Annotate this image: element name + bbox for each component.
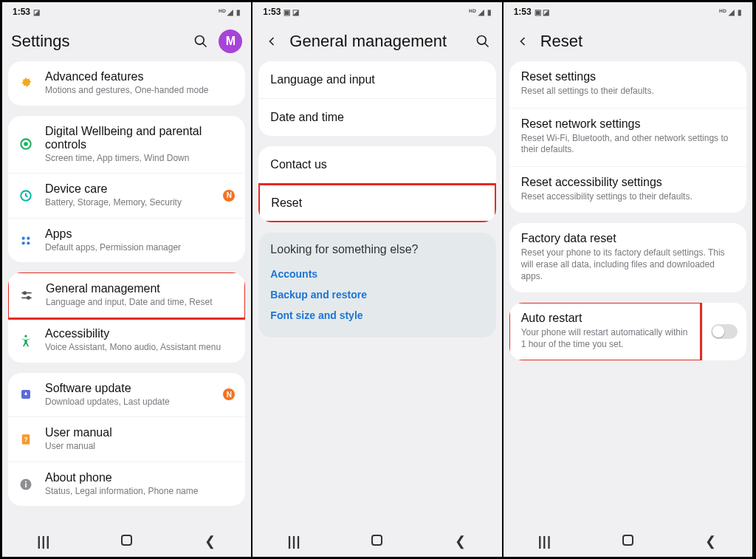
nav-home[interactable] bbox=[362, 534, 392, 549]
auto-restart-row[interactable]: Auto restart Your phone will restart aut… bbox=[509, 303, 746, 360]
signal-icon: ᴴᴰ ◢ bbox=[469, 8, 484, 16]
wellbeing-icon bbox=[16, 134, 36, 154]
svg-rect-19 bbox=[25, 483, 27, 487]
looking-link[interactable]: Backup and restore bbox=[270, 284, 484, 305]
signal-icon: ᴴᴰ ◢ bbox=[219, 8, 234, 16]
back-icon[interactable] bbox=[512, 31, 533, 52]
nav-back[interactable]: ❮ bbox=[696, 533, 726, 549]
reset-item[interactable]: Reset network settingsReset Wi-Fi, Bluet… bbox=[509, 109, 746, 167]
settings-group: General managementLanguage and input, Da… bbox=[8, 272, 245, 362]
notif-icon: ◪ bbox=[33, 8, 40, 16]
list-item[interactable]: Reset bbox=[258, 183, 495, 222]
page-title: Settings bbox=[11, 32, 183, 51]
list-item[interactable]: Language and input bbox=[258, 61, 495, 99]
nav-recents[interactable]: ||| bbox=[29, 534, 58, 549]
row-title: Accessibility bbox=[45, 327, 235, 340]
row-title: Apps bbox=[45, 227, 235, 241]
svg-point-12 bbox=[24, 292, 26, 294]
clock: 1:53 bbox=[263, 7, 281, 17]
battery-icon: ▮ bbox=[236, 8, 241, 16]
row-subtitle: Voice Assistant, Mono audio, Assistant m… bbox=[45, 342, 235, 354]
notif-icon: ▣ ◪ bbox=[284, 8, 299, 16]
sliders-icon bbox=[16, 285, 37, 306]
settings-row[interactable]: ?User manualUser manual bbox=[8, 417, 245, 462]
svg-point-4 bbox=[24, 143, 27, 145]
svg-line-22 bbox=[484, 44, 488, 47]
reset-group-1: Reset settingsReset all settings to thei… bbox=[509, 61, 746, 213]
looking-title: Looking for something else? bbox=[270, 243, 484, 256]
settings-row[interactable]: AppsDefault apps, Permission manager bbox=[8, 219, 245, 263]
row-title: About phone bbox=[45, 471, 235, 484]
settings-row[interactable]: Digital Wellbeing and parental controlsS… bbox=[8, 116, 245, 174]
looking-link[interactable]: Font size and style bbox=[270, 305, 484, 326]
nav-recents[interactable]: ||| bbox=[530, 534, 560, 549]
row-title: Reset accessibility settings bbox=[521, 176, 735, 189]
clock: 1:53 bbox=[13, 7, 30, 17]
nav-bar: ||| ❮ bbox=[504, 526, 752, 557]
device-care-icon bbox=[16, 185, 36, 206]
nav-back[interactable]: ❮ bbox=[445, 533, 475, 549]
status-bar: 1:53 ▣ ◪ ᴴᴰ ◢ ▮ bbox=[252, 2, 501, 21]
row-title: Factory data reset bbox=[521, 232, 735, 245]
new-badge: N bbox=[223, 190, 235, 202]
svg-point-13 bbox=[27, 297, 30, 299]
row-title: General management bbox=[46, 282, 234, 295]
settings-group: Digital Wellbeing and parental controlsS… bbox=[8, 116, 245, 263]
settings-row[interactable]: Software updateDownload updates, Last up… bbox=[8, 373, 245, 418]
update-icon bbox=[16, 384, 36, 405]
row-subtitle: Motions and gestures, One-handed mode bbox=[45, 85, 235, 97]
svg-point-7 bbox=[27, 236, 30, 239]
apps-icon bbox=[16, 230, 36, 251]
row-subtitle: Reset accessibility settings to their de… bbox=[521, 191, 735, 203]
row-subtitle: User manual bbox=[45, 441, 235, 453]
reset-item[interactable]: Factory data resetReset your phone to it… bbox=[509, 223, 746, 292]
header: Settings M bbox=[2, 21, 251, 61]
settings-row[interactable]: About phoneStatus, Legal information, Ph… bbox=[8, 462, 245, 507]
auto-restart-title: Auto restart bbox=[521, 312, 693, 325]
auto-restart-switch-cell[interactable] bbox=[702, 303, 746, 360]
row-title: Advanced features bbox=[45, 70, 235, 83]
looking-card: Looking for something else? AccountsBack… bbox=[258, 233, 495, 337]
header: Reset bbox=[504, 21, 752, 61]
settings-row[interactable]: AccessibilityVoice Assistant, Mono audio… bbox=[8, 318, 245, 363]
search-icon[interactable] bbox=[472, 31, 493, 52]
new-badge: N bbox=[223, 388, 235, 400]
row-title: User manual bbox=[45, 426, 235, 439]
row-subtitle: Status, Legal information, Phone name bbox=[45, 486, 235, 498]
looking-link[interactable]: Accounts bbox=[270, 264, 484, 284]
back-icon[interactable] bbox=[261, 31, 282, 52]
list-item[interactable]: Date and time bbox=[258, 99, 495, 136]
settings-row[interactable]: General managementLanguage and input, Da… bbox=[8, 272, 245, 320]
row-title: Reset settings bbox=[521, 70, 735, 83]
settings-group: Software updateDownload updates, Last up… bbox=[8, 373, 245, 507]
nav-home[interactable] bbox=[613, 534, 642, 549]
reset-content: Reset settingsReset all settings to thei… bbox=[504, 61, 752, 526]
nav-home[interactable] bbox=[112, 534, 142, 549]
row-subtitle: Battery, Storage, Memory, Security bbox=[45, 197, 214, 209]
screen-reset: 1:53 ▣ ◪ ᴴᴰ ◢ ▮ Reset Reset settingsRese… bbox=[504, 2, 754, 557]
info-icon bbox=[16, 474, 36, 495]
svg-point-9 bbox=[27, 241, 30, 244]
status-bar: 1:53 ◪ ᴴᴰ ◢ ▮ bbox=[2, 2, 251, 21]
nav-recents[interactable]: ||| bbox=[280, 534, 309, 549]
manual-icon: ? bbox=[16, 429, 36, 450]
avatar[interactable]: M bbox=[219, 30, 242, 53]
gm-content: Language and inputDate and time Contact … bbox=[252, 61, 501, 526]
nav-back[interactable]: ❮ bbox=[195, 533, 224, 549]
header: General management bbox=[252, 21, 501, 61]
auto-restart-sub: Your phone will restart automatically wi… bbox=[521, 327, 693, 350]
settings-row[interactable]: Device careBattery, Storage, Memory, Sec… bbox=[8, 174, 245, 219]
reset-item[interactable]: Reset settingsReset all settings to thei… bbox=[509, 61, 746, 109]
settings-row[interactable]: Advanced featuresMotions and gestures, O… bbox=[8, 61, 245, 106]
reset-item[interactable]: Reset accessibility settingsReset access… bbox=[509, 167, 746, 213]
toggle-switch[interactable] bbox=[711, 324, 738, 339]
list-item[interactable]: Contact us bbox=[258, 146, 495, 184]
row-title: Digital Wellbeing and parental controls bbox=[45, 125, 235, 151]
clock: 1:53 bbox=[514, 7, 532, 17]
svg-point-6 bbox=[22, 236, 25, 239]
row-subtitle: Default apps, Permission manager bbox=[45, 242, 235, 254]
row-subtitle: Reset all settings to their defaults. bbox=[521, 86, 735, 97]
search-icon[interactable] bbox=[190, 31, 211, 52]
nav-bar: ||| ❮ bbox=[252, 526, 501, 557]
svg-point-21 bbox=[477, 36, 486, 45]
